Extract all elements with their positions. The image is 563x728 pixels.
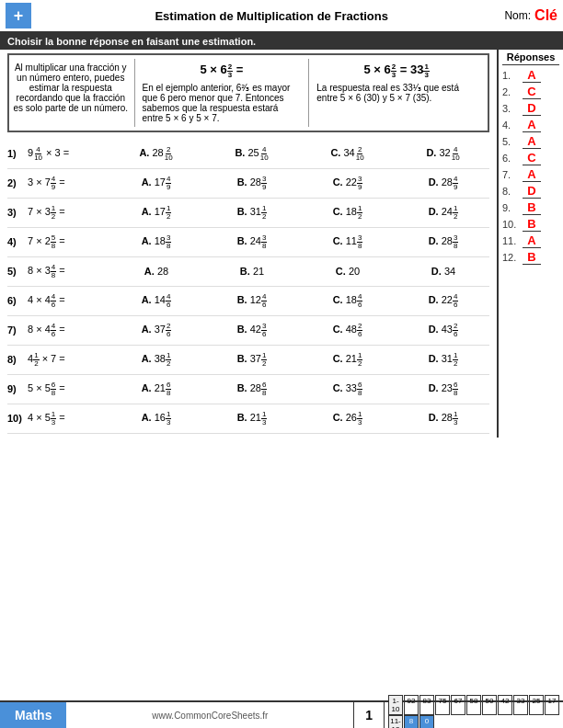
q-option-10d: D. 2813 (397, 411, 489, 427)
answer-row-11: 11. A (502, 233, 559, 248)
footer-url: www.CommonCoreSheets.fr (66, 702, 353, 728)
ans-num-8: 8. (502, 186, 523, 197)
q-option-7c: C. 4826 (302, 323, 394, 338)
q-num-10: 10) (7, 413, 28, 424)
question-row-2: 2) 3 × 749 = A. 1749 B. 2839 C. 2239 D. … (7, 169, 489, 199)
example-right: 5 × 623 = 3313 La respuesta real es 33¹⁄… (309, 59, 484, 127)
question-row-8: 8) 412 × 7 = A. 3812 B. 3712 C. 2112 D. … (7, 346, 489, 375)
score-83: 83 (419, 695, 434, 715)
q-options-5: A. 28 B. 21 C. 20 D. 34 (110, 266, 489, 277)
q-stem-4: 7 × 258 = (28, 234, 110, 250)
ans-num-6: 6. (502, 153, 523, 164)
q-option-1d: D. 32410 (397, 146, 489, 162)
header: + Estimation de Multiplication de Fracti… (0, 0, 563, 33)
q-stem-3: 7 × 312 = (28, 205, 110, 221)
question-row-3: 3) 7 × 312 = A. 1712 B. 3112 C. 1812 D. … (7, 199, 489, 228)
ans-val-7: A (523, 167, 541, 182)
ans-val-10: B (523, 217, 541, 232)
q-num-5: 5) (7, 266, 28, 277)
q-option-2a: A. 1749 (110, 176, 202, 191)
q-option-4b: B. 2438 (206, 234, 298, 250)
q-option-9a: A. 2168 (110, 381, 202, 397)
q-option-9d: D. 2368 (397, 381, 489, 397)
score-17: 17 (545, 695, 559, 715)
answer-row-4: 4. A (502, 118, 559, 132)
q-option-10c: C. 2613 (302, 411, 394, 427)
example-eq: 5 × 623 = (143, 63, 302, 79)
ans-num-10: 10. (502, 219, 523, 230)
q-option-7d: D. 4326 (397, 323, 489, 338)
q-option-10b: B. 2113 (206, 411, 298, 427)
answer-row-1: 1. A (502, 68, 559, 83)
ans-num-9: 9. (502, 202, 523, 213)
q-stem-6: 4 × 446 = (28, 293, 110, 309)
ans-val-1: A (523, 68, 541, 83)
ans-val-2: C (523, 85, 541, 99)
answer-row-12: 12. B (502, 250, 559, 265)
score-42: 42 (498, 695, 512, 715)
q-options-7: A. 3726 B. 4236 C. 4826 D. 4326 (110, 323, 489, 338)
score-58: 58 (466, 695, 481, 715)
answer-row-8: 8. D (502, 184, 559, 199)
question-row-10: 10) 4 × 513 = A. 1613 B. 2113 C. 2613 D.… (7, 404, 489, 434)
answer-row-10: 10. B (502, 217, 559, 232)
q-option-7b: B. 4236 (206, 323, 298, 338)
question-row-1: 1) 9410 × 3 = A. 28210 B. 25410 C. 34210… (7, 140, 489, 169)
q-option-8d: D. 3112 (397, 352, 489, 368)
ans-val-8: D (523, 184, 541, 199)
q-num-1: 1) (7, 148, 28, 159)
answer-row-3: 3. D (502, 101, 559, 116)
q-option-5d: D. 34 (397, 266, 489, 277)
score-range-1: 1-10 (388, 695, 403, 715)
q-stem-10: 4 × 513 = (28, 411, 110, 427)
plus-logo: + (6, 3, 31, 28)
q-stem-9: 5 × 568 = (28, 381, 110, 397)
q-option-5c: C. 20 (302, 266, 394, 277)
ans-val-6: C (523, 151, 541, 165)
q-num-9: 9) (7, 383, 28, 394)
question-row-7: 7) 8 × 446 = A. 3726 B. 4236 C. 4826 D. … (7, 316, 489, 346)
q-options-10: A. 1613 B. 2113 C. 2613 D. 2813 (110, 411, 489, 427)
q-option-1a: A. 28210 (110, 146, 202, 162)
score-25: 25 (529, 695, 544, 715)
ans-num-3: 3. (502, 103, 523, 114)
q-option-3c: C. 1812 (302, 205, 394, 221)
q-options-9: A. 2168 B. 2868 C. 3368 D. 2368 (110, 381, 489, 397)
q-option-8b: B. 3712 (206, 352, 298, 368)
nom-label: Nom: (504, 9, 531, 22)
q-stem-1: 9410 × 3 = (28, 146, 110, 162)
ans-num-2: 2. (502, 86, 523, 97)
ans-val-4: A (523, 118, 541, 132)
q-option-2d: D. 2849 (397, 176, 489, 191)
questions-area: Al multiplicar una fracción y un número … (0, 50, 497, 438)
ans-val-3: D (523, 101, 541, 116)
example-middle: 5 × 623 = En el ejemplo anterior, 6²⁄₃ e… (135, 59, 310, 127)
ans-num-11: 11. (502, 235, 523, 246)
question-row-6: 6) 4 × 446 = A. 1446 B. 1246 C. 1846 D. … (7, 287, 489, 316)
cle-value: Clé (534, 7, 557, 24)
ans-num-1: 1. (502, 70, 523, 81)
example-left-text: Al multiplicar una fracción y un número … (13, 59, 135, 127)
q-num-7: 7) (7, 324, 28, 336)
score-range-2: 11-12 (388, 715, 403, 728)
q-option-8c: C. 2112 (302, 352, 394, 368)
question-row-4: 4) 7 × 258 = A. 1838 B. 2438 C. 1138 D. … (7, 228, 489, 257)
question-row-5: 5) 8 × 348 = A. 28 B. 21 C. 20 D. 34 (7, 257, 489, 287)
q-num-8: 8) (7, 354, 28, 365)
q-options-1: A. 28210 B. 25410 C. 34210 D. 32410 (110, 146, 489, 162)
answers-panel: Réponses 1. A 2. C 3. D 4. A 5. A 6. C 7… (497, 50, 563, 438)
footer-scores-row-2: 11-12 8 0 (388, 715, 559, 728)
ans-val-11: A (523, 233, 541, 248)
answer-row-9: 9. B (502, 200, 559, 215)
score-92: 92 (404, 695, 419, 715)
footer-scores: 1-10 92 83 75 67 58 50 42 33 25 17 11-12… (385, 702, 563, 728)
q-num-4: 4) (7, 236, 28, 247)
q-option-6c: C. 1846 (302, 293, 394, 309)
q-option-5b: B. 21 (206, 266, 298, 277)
q-option-6a: A. 1446 (110, 293, 202, 309)
score-67: 67 (451, 695, 465, 715)
footer-maths-label: Maths (0, 702, 66, 728)
q-option-5a: A. 28 (110, 266, 202, 277)
q-option-4c: C. 1138 (302, 234, 394, 250)
q-num-6: 6) (7, 295, 28, 306)
